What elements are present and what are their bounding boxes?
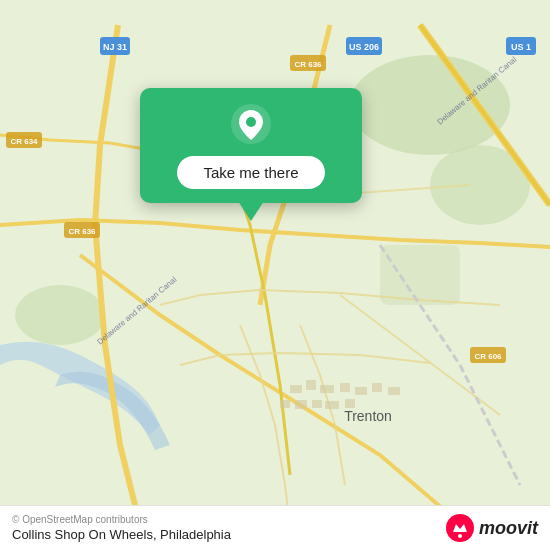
svg-rect-34: [325, 401, 339, 409]
svg-point-39: [458, 534, 462, 538]
svg-text:CR 636: CR 636: [294, 60, 322, 69]
svg-rect-30: [388, 387, 400, 395]
popup-card: Take me there: [140, 88, 362, 203]
svg-rect-33: [312, 400, 322, 408]
svg-point-37: [246, 117, 256, 127]
svg-rect-27: [340, 383, 350, 392]
location-name: Collins Shop On Wheels, Philadelphia: [12, 527, 231, 542]
svg-rect-3: [380, 245, 460, 305]
svg-rect-28: [355, 387, 367, 395]
svg-point-4: [15, 285, 105, 345]
map-background: NJ 31 US 206 US 1 CR 636 CR 636 CR 636 C…: [0, 0, 550, 550]
location-pin-icon: [229, 102, 273, 146]
svg-rect-24: [290, 385, 302, 393]
bottom-bar: © OpenStreetMap contributors Collins Sho…: [0, 505, 550, 550]
bottom-info: © OpenStreetMap contributors Collins Sho…: [12, 514, 231, 542]
svg-rect-26: [320, 385, 334, 393]
svg-text:CR 636: CR 636: [68, 227, 96, 236]
svg-text:Trenton: Trenton: [344, 408, 392, 424]
svg-text:NJ 31: NJ 31: [103, 42, 127, 52]
take-me-there-button[interactable]: Take me there: [177, 156, 324, 189]
copyright-text: © OpenStreetMap contributors: [12, 514, 231, 525]
moovit-logo: moovit: [446, 514, 538, 542]
svg-rect-32: [295, 400, 307, 409]
svg-text:US 206: US 206: [349, 42, 379, 52]
svg-rect-25: [306, 380, 316, 390]
svg-rect-29: [372, 383, 382, 392]
moovit-icon: [446, 514, 474, 542]
svg-rect-31: [280, 400, 290, 408]
svg-text:CR 606: CR 606: [474, 352, 502, 361]
svg-text:CR 634: CR 634: [10, 137, 38, 146]
svg-point-1: [350, 55, 510, 155]
svg-rect-35: [345, 399, 355, 408]
moovit-wordmark: moovit: [479, 518, 538, 539]
svg-text:US 1: US 1: [511, 42, 531, 52]
map-container: NJ 31 US 206 US 1 CR 636 CR 636 CR 636 C…: [0, 0, 550, 550]
